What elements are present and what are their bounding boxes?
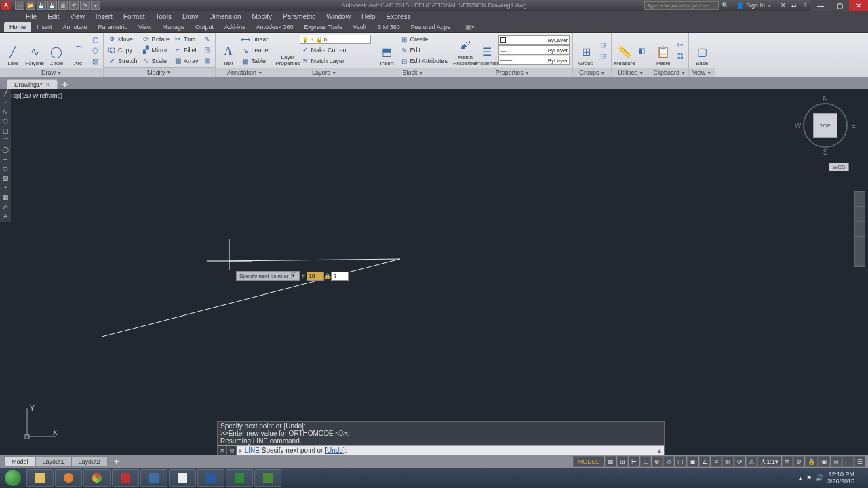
close-tab-icon[interactable]: ✕ xyxy=(45,82,50,88)
measure-button[interactable]: 📏Measure xyxy=(614,34,635,66)
status-osnap-icon[interactable]: ▢ xyxy=(675,456,686,467)
tool-hatch-icon[interactable]: ▨ xyxy=(0,175,11,184)
show-desktop-button[interactable] xyxy=(859,469,864,487)
tab-home[interactable]: Home xyxy=(4,22,31,32)
text-button[interactable]: AText xyxy=(218,34,239,66)
layer-properties-button[interactable]: ≣Layer Properties xyxy=(278,34,298,66)
line-button[interactable]: ╱Line xyxy=(3,34,23,66)
status-workspace-icon[interactable]: ⚙ xyxy=(793,456,804,467)
mirror-button[interactable]: ▞Mirror xyxy=(140,45,172,55)
file-tab-drawing1[interactable]: Drawing1*✕ xyxy=(7,79,58,89)
viewcube-n[interactable]: N xyxy=(823,95,827,102)
status-customize-icon[interactable]: ☰ xyxy=(854,456,865,467)
scale-button[interactable]: ⤡Scale xyxy=(140,56,172,66)
command-line[interactable]: ✕⚙ ▸ LINE Specify next point or [Undo]: … xyxy=(218,445,664,455)
menu-modify[interactable]: Modify xyxy=(247,13,277,20)
status-otrack-icon[interactable]: ∠ xyxy=(699,456,710,467)
make-current-button[interactable]: ✓Make Current xyxy=(300,45,371,55)
menu-tools[interactable]: Tools xyxy=(151,13,177,20)
polyline-button[interactable]: ∿Polyline xyxy=(24,34,45,66)
status-grid-icon[interactable]: ▦ xyxy=(605,456,616,467)
lineweight-dropdown[interactable]: —ByLayer xyxy=(498,45,570,55)
status-ortho-icon[interactable]: ∟ xyxy=(640,456,652,467)
status-cycling-icon[interactable]: ⟳ xyxy=(734,456,745,467)
tab-vault[interactable]: Vault xyxy=(347,22,372,32)
nav-pan-icon[interactable] xyxy=(855,207,865,222)
linetype-dropdown[interactable]: ───ByLayer xyxy=(498,56,570,65)
tab-a360[interactable]: Autodesk 360 xyxy=(251,22,299,32)
menu-draw[interactable]: Draw xyxy=(177,13,203,20)
search-go-icon[interactable]: 🔍 xyxy=(720,1,730,10)
app-menu-icon[interactable]: A xyxy=(1,1,11,10)
tab-view[interactable]: View xyxy=(133,22,157,32)
panel-block-title[interactable]: Block xyxy=(402,69,417,76)
array-button[interactable]: ▦Array xyxy=(172,56,200,66)
tool-xline-icon[interactable]: ⟋ xyxy=(0,99,11,108)
viewcube-s[interactable]: S xyxy=(823,148,828,156)
tray-volume-icon[interactable]: 🔊 xyxy=(816,474,823,481)
tab-manage[interactable]: Manage xyxy=(157,22,190,32)
qat-new-icon[interactable]: ▱ xyxy=(15,1,24,10)
arc-button[interactable]: ⌒Arc xyxy=(68,34,88,66)
viewcube-w[interactable]: W xyxy=(795,122,801,129)
nav-showmotion-icon[interactable] xyxy=(855,251,865,266)
status-hardware-icon[interactable]: ▣ xyxy=(818,456,830,467)
viewcube-e[interactable]: E xyxy=(851,122,856,129)
qat-plot-icon[interactable]: 🖨 xyxy=(58,1,68,10)
start-button[interactable] xyxy=(0,468,26,488)
layout-tab-layout1[interactable]: Layout1 xyxy=(35,456,72,467)
qat-saveas-icon[interactable]: 💾 xyxy=(47,1,57,10)
tool-pline-icon[interactable]: ∿ xyxy=(0,108,11,118)
menu-help[interactable]: Help xyxy=(356,13,381,20)
edit-attr-button[interactable]: ⊟Edit Attributes xyxy=(399,56,450,66)
menu-parametric[interactable]: Parametric xyxy=(277,13,321,20)
menu-view[interactable]: View xyxy=(64,13,90,20)
stayconnected-icon[interactable]: ⇄ xyxy=(789,1,799,10)
menu-express[interactable]: Express xyxy=(380,13,416,20)
layer-dropdown[interactable]: 💡 ☀ 🔓 0 xyxy=(300,35,371,44)
table-button[interactable]: ▦Table xyxy=(240,56,272,66)
modify-extra1[interactable]: ✎ xyxy=(201,34,212,44)
cmd-close-icon[interactable]: ✕ xyxy=(218,446,227,455)
draw-extra1[interactable]: ▢ xyxy=(90,35,100,45)
match-props-button[interactable]: 🖌Match Properties xyxy=(455,34,475,66)
tab-express[interactable]: Express Tools xyxy=(299,22,348,32)
tool-line-icon[interactable]: ╱ xyxy=(0,89,11,99)
modify-extra2[interactable]: ⊡ xyxy=(201,45,212,55)
ribbon-options-icon[interactable]: ▣▾ xyxy=(460,22,480,32)
status-ui-lock-icon[interactable]: 🔒 xyxy=(805,456,818,467)
layout-tab-model[interactable]: Model xyxy=(4,456,36,467)
minimize-button[interactable]: — xyxy=(811,0,830,11)
nav-wheel-icon[interactable] xyxy=(855,192,865,207)
dynamic-distance-input[interactable] xyxy=(307,272,324,281)
status-lineweight-icon[interactable]: ≡ xyxy=(711,456,722,467)
menu-window[interactable]: Window xyxy=(321,13,356,20)
draw-extra2[interactable]: ⬡ xyxy=(90,45,100,56)
tab-addins[interactable]: Add-ins xyxy=(219,22,251,32)
task-word[interactable] xyxy=(197,469,224,487)
tool-text-icon[interactable]: A xyxy=(0,203,11,213)
panel-clipboard-title[interactable]: Clipboard xyxy=(653,69,679,76)
cmd-recent-icon[interactable]: ▴ xyxy=(654,447,664,454)
qat-undo-icon[interactable]: ↶ xyxy=(69,1,79,10)
status-infer-icon[interactable]: ⊢ xyxy=(629,456,639,467)
tab-annotate[interactable]: Annotate xyxy=(58,22,93,32)
task-mediaplayer[interactable] xyxy=(55,469,82,487)
menu-dimension[interactable]: Dimension xyxy=(203,13,246,20)
tool-spline-icon[interactable]: ∼ xyxy=(0,156,11,165)
tab-parametric[interactable]: Parametric xyxy=(93,22,134,32)
status-annomonitor-icon[interactable]: ⚠ xyxy=(746,456,757,467)
canvas[interactable] xyxy=(0,89,868,455)
copy-clip-button[interactable]: ⿻ xyxy=(675,51,686,61)
paste-button[interactable]: 📋Paste xyxy=(653,34,673,66)
menu-edit[interactable]: Edit xyxy=(42,13,64,20)
panel-modify-title[interactable]: Modify xyxy=(147,69,165,76)
insert-block-button[interactable]: ⬒Insert xyxy=(377,34,397,66)
status-model[interactable]: MODEL xyxy=(573,456,604,467)
status-polar-icon[interactable]: ⊕ xyxy=(652,456,663,467)
util-extra[interactable]: ◧ xyxy=(636,45,647,56)
tool-rect-icon[interactable]: ▢ xyxy=(0,127,11,137)
tray-flag-icon[interactable]: ⚑ xyxy=(806,474,812,481)
tool-arc-icon[interactable]: ⌒ xyxy=(0,137,11,146)
tool-point-icon[interactable]: • xyxy=(0,184,11,194)
